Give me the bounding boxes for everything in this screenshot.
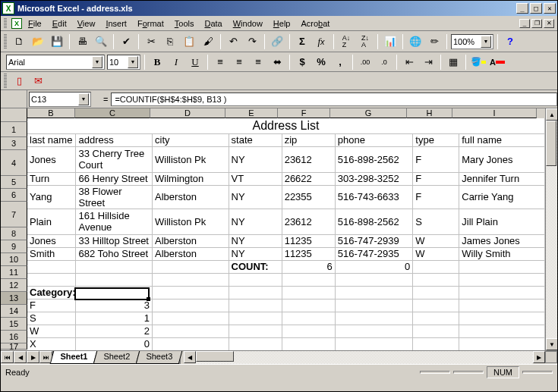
cell[interactable] (459, 337, 545, 350)
cell[interactable]: zip (282, 133, 335, 146)
row-header[interactable]: 7 (1, 202, 27, 227)
save-button[interactable]: 💾 (49, 33, 65, 50)
cell[interactable]: Turn (27, 172, 76, 185)
currency-button[interactable]: $ (294, 54, 311, 71)
function-button[interactable]: fx (313, 33, 329, 50)
close-button[interactable]: ✕ (544, 3, 556, 14)
chevron-down-icon[interactable]: ▼ (78, 93, 89, 105)
sort-asc-button[interactable]: A↓Z (338, 33, 355, 50)
help-button[interactable]: ? (502, 33, 519, 50)
menu-edit[interactable]: Edit (48, 17, 71, 30)
cell[interactable]: Alberston (153, 247, 229, 260)
cell[interactable] (282, 299, 335, 312)
cell[interactable] (27, 273, 76, 286)
italic-button[interactable]: I (168, 54, 184, 71)
cell[interactable]: COUNT: (229, 260, 282, 273)
cell[interactable] (413, 260, 459, 273)
cell[interactable]: 1 (76, 312, 153, 325)
tab-next-button[interactable]: ▶ (27, 351, 39, 363)
cell[interactable]: 516-747-2935 (335, 247, 413, 260)
cell[interactable] (282, 273, 335, 286)
cell[interactable]: 6 (282, 260, 335, 273)
zoom-combo[interactable]: 100% ▼ (451, 34, 493, 49)
cell[interactable] (459, 273, 545, 286)
cell[interactable]: 33 Cherry Tree Court (76, 146, 153, 172)
format-painter-button[interactable]: 🖌 (200, 33, 216, 50)
chevron-down-icon[interactable]: ▼ (128, 56, 138, 68)
cell[interactable]: Plain (27, 209, 76, 234)
cell[interactable]: VT (229, 172, 282, 185)
menu-help[interactable]: Help (269, 17, 295, 30)
align-center-button[interactable]: ≡ (231, 54, 247, 71)
cell[interactable]: 516-743-6633 (335, 185, 413, 209)
undo-button[interactable]: ↶ (225, 33, 241, 50)
chevron-down-icon[interactable]: ▼ (481, 36, 491, 48)
hyperlink-button[interactable]: 🔗 (269, 33, 285, 50)
copy-button[interactable]: ⎘ (162, 33, 178, 50)
cell[interactable]: F (413, 185, 459, 209)
row-header[interactable]: 12 (1, 279, 27, 292)
sheet-title-cell[interactable]: Address List (27, 118, 545, 133)
scroll-left-button[interactable]: ◀ (184, 351, 196, 363)
sheet-tab[interactable]: Sheet2 (93, 351, 140, 364)
row-header[interactable]: 13 (1, 292, 27, 305)
cell[interactable]: Jones (27, 146, 76, 172)
drawing-button[interactable]: ✏ (426, 33, 443, 50)
column-header[interactable]: D (150, 108, 225, 118)
redo-button[interactable]: ↷ (244, 33, 260, 50)
column-header[interactable]: H (407, 108, 452, 118)
cell[interactable]: 23612 (282, 209, 335, 234)
cell[interactable] (335, 286, 413, 299)
cell[interactable]: F (413, 172, 459, 185)
cell[interactable]: NY (229, 209, 282, 234)
cell[interactable] (413, 273, 459, 286)
cell[interactable]: 516-898-2562 (335, 146, 413, 172)
increase-indent-button[interactable]: ⇥ (420, 54, 437, 71)
paste-button[interactable]: 📋 (181, 33, 197, 50)
cut-button[interactable]: ✂ (143, 33, 159, 50)
cell[interactable]: Smith (27, 247, 76, 260)
cell[interactable]: last name (27, 133, 76, 146)
cell[interactable] (413, 286, 459, 299)
cell[interactable] (153, 299, 229, 312)
cell[interactable]: full name (459, 133, 545, 146)
open-button[interactable]: 📂 (30, 33, 46, 50)
cell[interactable]: NY (229, 247, 282, 260)
cell[interactable]: Jill Plain (459, 209, 545, 234)
cell[interactable]: 0 (76, 337, 153, 350)
cell[interactable]: 33 Hilltop Street (76, 234, 153, 247)
increase-decimal-button[interactable]: .00 (357, 54, 374, 71)
cell[interactable] (459, 312, 545, 325)
column-header[interactable]: E (225, 108, 278, 118)
cell[interactable] (459, 325, 545, 337)
cell[interactable] (76, 286, 153, 299)
cell[interactable]: S (413, 209, 459, 234)
horizontal-scrollbar[interactable]: ◀ ▶ (184, 351, 545, 364)
align-right-button[interactable]: ≡ (250, 54, 266, 71)
cell[interactable] (153, 312, 229, 325)
cell[interactable] (27, 260, 76, 273)
cell[interactable]: W (413, 247, 459, 260)
cell[interactable] (413, 337, 459, 350)
cell[interactable]: W (27, 325, 76, 337)
mdi-restore-button[interactable]: ❐ (531, 19, 542, 28)
spelling-button[interactable]: ✔ (118, 33, 134, 50)
cell[interactable] (76, 260, 153, 273)
cell[interactable]: NY (229, 234, 282, 247)
cell[interactable]: type (413, 133, 459, 146)
cell[interactable] (335, 299, 413, 312)
new-button[interactable]: 🗋 (11, 33, 27, 50)
minimize-button[interactable]: _ (516, 3, 528, 14)
cell[interactable] (413, 312, 459, 325)
cell[interactable] (229, 273, 282, 286)
cell[interactable]: Category: (27, 286, 76, 299)
cell[interactable] (459, 299, 545, 312)
cell[interactable]: 11235 (282, 247, 335, 260)
cell[interactable] (229, 286, 282, 299)
decrease-decimal-button[interactable]: .0 (376, 54, 392, 71)
row-header[interactable]: 3 (1, 137, 27, 150)
font-name-combo[interactable]: Arial ▼ (6, 55, 105, 70)
cell[interactable] (229, 299, 282, 312)
formula-input[interactable]: =COUNTIF($H$4:$H$9, B13 ) (111, 93, 557, 106)
row-header[interactable]: 10 (1, 253, 27, 266)
